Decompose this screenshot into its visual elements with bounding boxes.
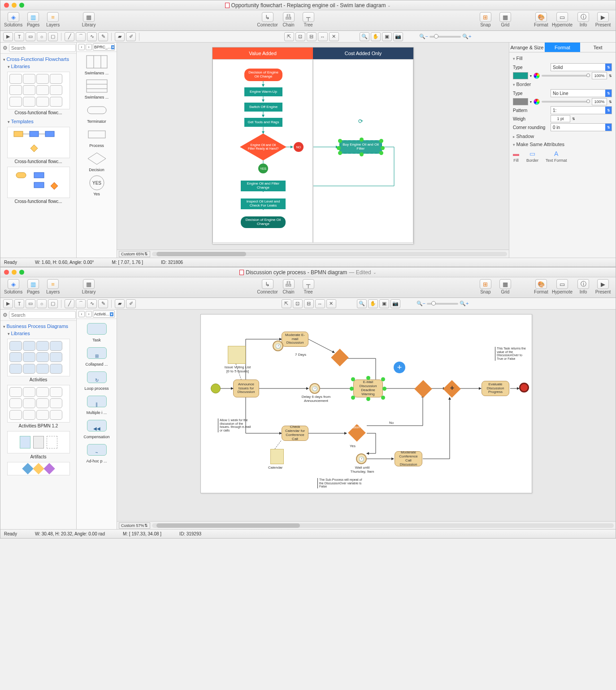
section-cross-functional[interactable]: Cross-Functional Flowcharts xyxy=(3,56,74,63)
hypernote-button[interactable]: ▭Hypernote xyxy=(552,12,573,27)
node-warmup[interactable]: Engine Warm-Up xyxy=(244,87,282,96)
bucket-tool[interactable]: ▰ xyxy=(115,32,125,41)
search-input[interactable] xyxy=(9,44,76,52)
section-bpd[interactable]: Business Process Diagrams xyxy=(3,323,74,330)
shape-multiple[interactable]: ∥Multiple i ... xyxy=(78,393,115,415)
align-tool-3[interactable]: ⊟ xyxy=(304,299,314,308)
hand-tool[interactable]: 🔍 xyxy=(357,299,367,308)
shape-terminator[interactable]: Terminator xyxy=(78,102,115,124)
shape-library-select[interactable]: Activiti... xyxy=(93,310,115,318)
pen-tool[interactable]: ✎ xyxy=(98,32,108,41)
ellipse-tool[interactable]: ○ xyxy=(37,32,47,41)
task-evaluate[interactable]: Evaluate Discussion Progress xyxy=(482,381,509,396)
tab-text[interactable]: Text xyxy=(580,43,616,52)
task-deadline-selected[interactable]: E-Mail Discussion Deadline Warning xyxy=(353,380,383,397)
border-opacity-value[interactable]: 100% xyxy=(592,98,607,105)
node-decision-ready[interactable]: Engine Oil and Oil Filter Ready at Hand? xyxy=(245,139,281,155)
task-check-calendar[interactable]: Check Calendar for Conference Call xyxy=(282,426,308,441)
zoom-out-icon[interactable]: 🔍− xyxy=(419,34,428,39)
canvas-area[interactable]: Announce Issues for Discussion Issue Vot… xyxy=(117,310,616,529)
border-color-swatch[interactable] xyxy=(513,98,528,105)
shape-process[interactable]: Process xyxy=(78,126,115,148)
h-scrollbar[interactable] xyxy=(152,523,614,528)
template-thumb-2[interactable] xyxy=(7,167,70,198)
rrect-tool[interactable]: ▢ xyxy=(48,299,58,308)
rect-tool[interactable]: ▭ xyxy=(26,32,35,41)
camera-tool[interactable]: 📷 xyxy=(393,32,403,41)
pan-tool[interactable]: ✋ xyxy=(368,299,378,308)
pattern-select[interactable]: 1: xyxy=(551,106,612,114)
rect-tool[interactable]: ▭ xyxy=(26,299,35,308)
chevron-down-icon[interactable]: ⌄ xyxy=(373,270,377,275)
stamp-tool[interactable]: ▣ xyxy=(379,299,389,308)
fill-opacity-slider[interactable] xyxy=(542,75,590,77)
canvas-page[interactable]: Announce Issues for Discussion Issue Vot… xyxy=(200,314,532,493)
pan-tool[interactable]: ✋ xyxy=(371,32,381,41)
shape-yes[interactable]: YESYes xyxy=(78,175,115,196)
gateway-merge-top[interactable] xyxy=(331,349,349,367)
zoom-value[interactable]: Custom 57% ⇅ xyxy=(119,522,150,529)
pointer-tool[interactable]: ▶ xyxy=(3,32,13,41)
stamp-tool[interactable]: ▣ xyxy=(382,32,392,41)
node-decision-start[interactable]: Decision of Engine Oil Change xyxy=(244,69,282,81)
pointer-tool[interactable]: ▶ xyxy=(3,299,13,308)
same-border-button[interactable]: ▭Border xyxy=(526,150,538,163)
section-fill[interactable]: Fill xyxy=(513,54,612,62)
camera-tool[interactable]: 📷 xyxy=(390,299,400,308)
bpmn-start-event[interactable] xyxy=(211,384,221,393)
grid-button[interactable]: ▦Grid xyxy=(496,12,514,27)
pen-tool[interactable]: ✎ xyxy=(98,299,108,308)
h-scrollbar[interactable] xyxy=(152,252,507,256)
connector-button[interactable]: ↳Connector xyxy=(257,12,278,27)
present-button[interactable]: ▶Present xyxy=(594,12,612,27)
zoom-slider[interactable] xyxy=(429,36,461,38)
shape-task[interactable]: Task xyxy=(78,321,115,342)
align-tool-2[interactable]: ⊡ xyxy=(293,299,303,308)
nav-fwd-button[interactable]: › xyxy=(86,311,92,317)
nav-back-button[interactable]: ‹ xyxy=(78,44,85,50)
add-button[interactable]: + xyxy=(394,362,405,373)
library-button[interactable]: ▦Library xyxy=(80,12,98,27)
gateway-parallel[interactable] xyxy=(443,380,461,398)
tab-format[interactable]: Format xyxy=(545,43,580,52)
align-tool-5[interactable]: ✕ xyxy=(329,32,339,41)
text-tool[interactable]: T xyxy=(14,299,24,308)
align-tool-1[interactable]: ⇱ xyxy=(282,299,291,308)
align-tool-4[interactable]: ↔ xyxy=(318,32,328,41)
shape-compensation[interactable]: ◀◀Compensation xyxy=(78,418,115,439)
arc-tool[interactable]: ⌒ xyxy=(76,32,86,41)
rrect-tool[interactable]: ▢ xyxy=(48,32,58,41)
data-object-voting-list[interactable] xyxy=(228,346,246,364)
snap-button[interactable]: ⊞Snap xyxy=(477,12,495,27)
shape-adhoc[interactable]: ~Ad-hoc p ... xyxy=(78,442,115,463)
zoom-slider[interactable] xyxy=(427,303,458,305)
border-opacity-slider[interactable] xyxy=(542,101,590,103)
bucket-tool[interactable]: ▰ xyxy=(115,299,125,308)
node-buy-oil-selected[interactable]: Buy Engine Oil and Oil Filter xyxy=(339,140,382,154)
solutions-button[interactable]: ◈Solutions xyxy=(4,279,22,294)
node-decision-end[interactable]: Decision of Engine Oil Change xyxy=(241,216,286,228)
template-thumb-1[interactable] xyxy=(7,127,70,158)
task-moderate-email[interactable]: Moderate E-mail Discussion xyxy=(282,332,308,347)
align-tool-2[interactable]: ⊡ xyxy=(295,32,305,41)
border-type-select[interactable]: No Line xyxy=(551,89,612,97)
titlebar[interactable]: Discussion cycle process - BPMN diagram … xyxy=(0,267,616,277)
format-button[interactable]: 🎨Format xyxy=(532,279,550,294)
shape-swimlanes-h[interactable]: Swimlanes ... xyxy=(78,78,115,99)
align-tool-4[interactable]: ↔ xyxy=(315,299,325,308)
task-moderate-call[interactable]: Moderate Conference Call Discussion xyxy=(395,451,422,466)
shape-swimlanes-v[interactable]: Swimlanes ... xyxy=(78,54,115,75)
node-change[interactable]: Engine Oil and Filter Change xyxy=(241,181,286,191)
canvas-area[interactable]: Value Added Cost Added Only xyxy=(117,43,509,258)
eyedropper-tool[interactable]: ✐ xyxy=(126,32,136,41)
snap-button[interactable]: ⊞Snap xyxy=(477,279,495,294)
solutions-button[interactable]: ◈Solutions xyxy=(4,12,22,27)
library-thumb-1[interactable] xyxy=(7,72,70,109)
library-thumb-activities[interactable] xyxy=(7,339,70,376)
node-inspect[interactable]: Inspect Oil Level and Check For Leaks xyxy=(241,198,286,209)
timer-delay-icon[interactable]: 🕐 xyxy=(309,383,320,394)
shape-loop[interactable]: ↻Loop process xyxy=(78,369,115,391)
shape-decision[interactable]: Decision xyxy=(78,151,115,172)
shape-library-select[interactable]: BPRC_... xyxy=(93,43,115,51)
timer-wait-icon[interactable]: 🕐 xyxy=(356,453,367,464)
